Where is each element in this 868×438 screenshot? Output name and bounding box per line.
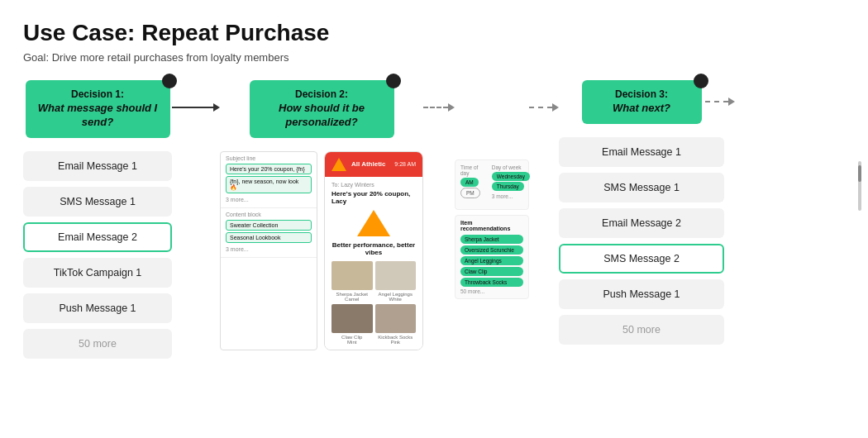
recs-more: 50 more... bbox=[460, 288, 523, 294]
list-item-r1[interactable]: Email Message 1 bbox=[559, 137, 724, 167]
phone-to: To: Lazy Winters bbox=[331, 182, 416, 188]
brand-logo bbox=[331, 157, 346, 172]
dow-label: Day of week bbox=[492, 164, 530, 170]
img-label1: Sherpa JacketCamel bbox=[331, 292, 373, 302]
wednesday-chip: Wednesday bbox=[492, 172, 530, 181]
arrow1 bbox=[172, 103, 220, 112]
list-item-r4-selected[interactable]: SMS Message 2 bbox=[559, 244, 724, 274]
messages-left-list: Email Message 1 SMS Message 1 Email Mess… bbox=[23, 151, 172, 359]
list-item-r-more[interactable]: 50 more bbox=[559, 315, 724, 345]
email-preview: Subject line Here's your 20% coupon, {fn… bbox=[220, 151, 317, 350]
rec-chip4: Claw Clip bbox=[460, 267, 523, 276]
rec-chip1: Sherpa Jacket bbox=[460, 235, 523, 244]
subject-section: Subject line Here's your 20% coupon, {fn… bbox=[221, 152, 317, 208]
decision1-question: What message should I send? bbox=[37, 102, 159, 130]
promo-icon bbox=[331, 210, 416, 238]
phone-images: Sherpa JacketCamel Angel LeggingsWhite C… bbox=[331, 261, 416, 345]
day-of-week: Day of week Wednesday Thursday 3 more... bbox=[492, 164, 530, 201]
recs-panel: Item recommendations Sherpa Jacket Overs… bbox=[455, 215, 529, 299]
img-label3: Claw ClipMint bbox=[331, 335, 373, 345]
rec-chip3: Angel Leggings bbox=[460, 256, 523, 265]
decision1-number: Decision 1: bbox=[37, 88, 159, 100]
list-item-r3[interactable]: Email Message 2 bbox=[559, 208, 724, 238]
list-item-more[interactable]: 50 more bbox=[23, 329, 172, 359]
phone-img-2: Angel LeggingsWhite bbox=[375, 261, 417, 302]
decision3-column: Decision 3: What next? Email Message 1 S… bbox=[559, 80, 724, 345]
content-chip2: Seasonal Lookbook bbox=[226, 232, 312, 243]
list-item[interactable]: Push Message 1 bbox=[23, 293, 172, 323]
thursday-chip: Thursday bbox=[492, 182, 524, 191]
arrow3 bbox=[529, 103, 559, 112]
recs-title: Item recommendations bbox=[460, 220, 523, 231]
img-label4: Kickback SocksPink bbox=[375, 335, 417, 345]
subject-label: Subject line bbox=[226, 155, 312, 161]
decision2-dot bbox=[386, 74, 401, 88]
content-section: Content block Sweater Collection Seasona… bbox=[221, 208, 317, 258]
arrow2 bbox=[423, 103, 455, 112]
am-chip: AM bbox=[460, 178, 479, 187]
img-label2: Angel LeggingsWhite bbox=[375, 292, 417, 302]
content-chip1: Sweater Collection bbox=[226, 220, 312, 231]
decision3-question: What next? bbox=[594, 102, 690, 116]
phone-body: To: Lazy Winters Here's your 20% coupon,… bbox=[325, 177, 422, 350]
time-of-day: Time of day AM PM bbox=[460, 164, 480, 201]
decision1-dot bbox=[162, 74, 177, 88]
subject-chip2: {fn}, new season, now look 🔥 bbox=[226, 176, 312, 193]
phone-img-3: Claw ClipMint bbox=[331, 304, 373, 345]
subject-chip1: Here's your 20% coupon, {fn} bbox=[226, 164, 312, 174]
content-label: Content block bbox=[226, 212, 312, 217]
phone-subject: Here's your 20% coupon, Lacy bbox=[331, 190, 416, 205]
list-item-r2[interactable]: SMS Message 1 bbox=[559, 173, 724, 202]
decision2-box: Decision 2: How should it be personalize… bbox=[250, 80, 394, 138]
phone-img-4: Kickback SocksPink bbox=[375, 304, 417, 345]
arrow-end bbox=[705, 98, 735, 106]
rec-chip2: Oversized Scrunchie bbox=[460, 245, 523, 255]
tod-label: Time of day bbox=[460, 164, 480, 176]
list-item-r5[interactable]: Push Message 1 bbox=[559, 279, 724, 309]
decision1-box: Decision 1: What message should I send? bbox=[26, 80, 170, 138]
phone-preview: All Athletic 9:28 AM To: Lazy Winters He… bbox=[324, 151, 423, 350]
pm-chip: PM bbox=[460, 188, 480, 198]
list-item-selected[interactable]: Email Message 2 bbox=[23, 222, 172, 252]
decision1-column: Decision 1: What message should I send? … bbox=[23, 80, 172, 359]
phone-time: 9:28 AM bbox=[394, 161, 416, 167]
preview-area: Subject line Here's your 20% coupon, {fn… bbox=[220, 151, 423, 350]
personalization-panel: Time of day AM PM Day of week Wednesday … bbox=[455, 159, 529, 299]
page-title: Use Case: Repeat Purchase bbox=[23, 20, 845, 46]
messages-right-list: Email Message 1 SMS Message 1 Email Mess… bbox=[559, 137, 724, 345]
decision2-number: Decision 2: bbox=[261, 88, 383, 100]
decision3-dot bbox=[694, 74, 708, 88]
phone-header: All Athletic 9:28 AM bbox=[325, 152, 422, 177]
list-item[interactable]: SMS Message 1 bbox=[23, 187, 172, 217]
content-more: 3 more... bbox=[226, 245, 312, 254]
brand-name: All Athletic bbox=[351, 160, 385, 168]
rec-chip5: Throwback Socks bbox=[460, 278, 523, 287]
list-item[interactable]: TikTok Campaign 1 bbox=[23, 258, 172, 288]
page-container: Use Case: Repeat Purchase Goal: Drive mo… bbox=[0, 0, 868, 372]
phone-img-1: Sherpa JacketCamel bbox=[331, 261, 373, 302]
decision2-column: Decision 2: How should it be personalize… bbox=[220, 80, 423, 350]
pers-time: Time of day AM PM Day of week Wednesday … bbox=[455, 159, 529, 210]
scrollbar-thumb bbox=[858, 165, 861, 182]
scrollbar[interactable] bbox=[858, 161, 861, 211]
decision3-box: Decision 3: What next? bbox=[582, 80, 702, 124]
phone-tagline: Better performance, better vibes bbox=[331, 241, 416, 256]
list-item[interactable]: Email Message 1 bbox=[23, 151, 172, 181]
page-subtitle: Goal: Drive more retail purchases from l… bbox=[23, 51, 845, 64]
subject-more: 3 more... bbox=[226, 195, 312, 204]
pers-more: 3 more... bbox=[492, 192, 530, 201]
decision3-number: Decision 3: bbox=[594, 88, 690, 100]
decision2-question: How should it be personalized? bbox=[261, 102, 383, 130]
